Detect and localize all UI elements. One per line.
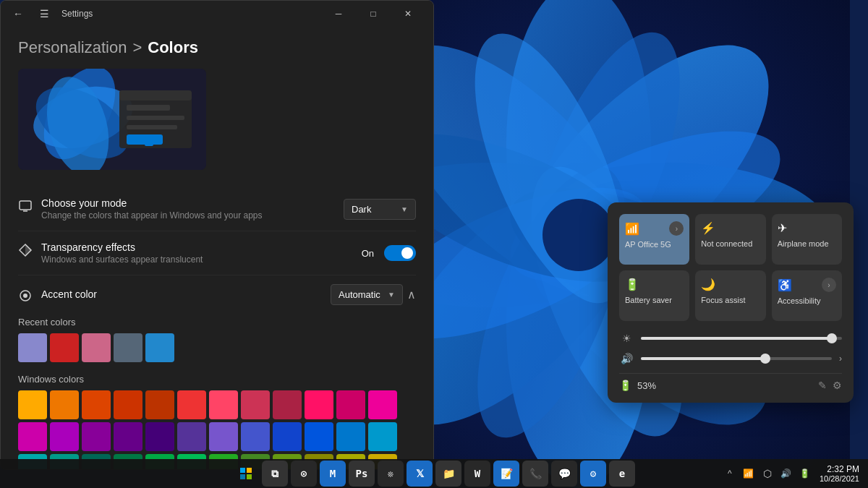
windows-color-swatch[interactable] [18,390,47,419]
qs-tile-label-3: Battery saver [625,296,672,304]
battery-settings-icon[interactable]: ⚙ [833,380,842,391]
taskbar-icon-edge[interactable]: e [609,461,635,487]
windows-color-swatch[interactable] [18,422,47,451]
windows-color-swatch[interactable] [114,422,142,451]
mode-desc: Change the colors that appear in Windows… [41,210,263,221]
taskbar: ⧉⊙MPs❊𝕏📁W📝📞💬⚙e ^ 📶 ⬡ 🔊 🔋 2:32 PM 10/28/2… [0,459,868,488]
taskbar-icon-task-view[interactable]: ⧉ [262,461,288,487]
taskbar-icon-settings2[interactable]: ⚙ [580,461,606,487]
svg-rect-26 [127,116,184,120]
qs-tile-icon-row-1: ⚡ [701,221,760,235]
recent-color-swatch[interactable] [145,333,174,362]
taskbar-icon-twitter[interactable]: 𝕏 [407,461,433,487]
battery-row: 🔋 53% ✎ ⚙ [619,373,842,391]
taskbar-icon-app6[interactable]: ❊ [378,461,404,487]
brightness-slider[interactable] [641,337,842,340]
windows-color-swatch[interactable] [177,390,206,419]
mode-dropdown[interactable]: Dark ▼ [344,199,416,220]
minimize-button[interactable]: ─ [322,2,355,25]
close-button[interactable]: ✕ [391,2,425,25]
tray-bluetooth[interactable]: ⬡ [759,465,776,482]
windows-color-swatch[interactable] [82,422,111,451]
volume-icon: 🔊 [619,353,634,364]
battery-icon: 🔋 [619,380,631,391]
settings-content: Personalization > Colors [1,27,433,469]
windows-color-swatch[interactable] [145,390,174,419]
windows-color-swatch[interactable] [82,390,111,419]
battery-edit-icon[interactable]: ✎ [818,380,827,391]
taskbar-icon-photoshop[interactable]: Ps [349,461,375,487]
qs-tile-4[interactable]: 🌙 Focus assist [695,270,765,321]
clock-time: 2:32 PM [827,464,859,474]
windows-color-swatch[interactable] [209,422,238,451]
qs-tile-arrow-0[interactable]: › [669,221,684,236]
transparency-toggle-label: On [362,248,374,259]
taskbar-icon-word[interactable]: W [464,461,490,487]
qs-tile-1[interactable]: ⚡ Not connected [695,214,765,265]
svg-rect-36 [240,474,245,479]
recent-color-swatch[interactable] [18,333,47,362]
back-button[interactable]: ← [9,5,27,22]
brightness-fill [641,337,832,340]
tray-battery[interactable]: 🔋 [796,465,814,482]
windows-color-swatch[interactable] [368,422,397,451]
svg-point-17 [542,199,615,271]
accent-label: Accent color [41,288,97,300]
maximize-button[interactable]: □ [357,2,390,25]
transparency-setting-row: Transparency effects Windows and surface… [18,231,416,275]
qs-tile-0[interactable]: 📶 › AP Office 5G [619,214,689,265]
breadcrumb: Personalization > Colors [18,38,416,57]
brightness-thumb [827,333,837,343]
qs-tile-2[interactable]: ✈ Airplane mode [772,214,842,265]
recent-color-swatch[interactable] [50,333,79,362]
taskbar-icon-files[interactable]: 📁 [435,461,461,487]
windows-color-swatch[interactable] [50,422,79,451]
volume-slider[interactable] [641,357,832,360]
svg-rect-34 [240,468,245,473]
tray-chevron[interactable]: ^ [721,465,739,482]
windows-color-swatch[interactable] [209,390,238,419]
qs-tile-icon-row-5: ♿ › [778,278,836,292]
transparency-setting-left: Transparency effects Windows and surface… [18,241,203,265]
windows-color-swatch[interactable] [273,390,302,419]
tray-wifi[interactable]: 📶 [740,465,757,482]
windows-color-swatch[interactable] [145,422,174,451]
recent-color-swatch[interactable] [82,333,111,362]
preview-image [18,69,206,170]
windows-color-swatch[interactable] [114,390,142,419]
taskbar-icon-notes[interactable]: 📝 [493,461,519,487]
windows-color-swatch[interactable] [241,422,270,451]
windows-color-swatch[interactable] [305,390,333,419]
windows-color-swatch[interactable] [336,422,365,451]
windows-color-swatch[interactable] [336,390,365,419]
mode-dropdown-value: Dark [352,204,371,215]
accent-collapse-icon[interactable]: ∧ [407,288,416,301]
volume-expand-icon[interactable]: › [839,354,842,364]
windows-color-swatch[interactable] [368,390,397,419]
taskbar-icon-windows-start[interactable] [233,461,259,487]
accent-section: Accent color Automatic ▼ ∧ Recent colors… [18,275,416,469]
taskbar-icon-chrome[interactable]: ⊙ [291,461,317,487]
transparency-text-group: Transparency effects Windows and surface… [41,241,203,265]
qs-tile-arrow-5[interactable]: › [822,278,836,292]
windows-color-swatch[interactable] [305,422,333,451]
recent-color-swatch[interactable] [114,333,142,362]
breadcrumb-parent[interactable]: Personalization [18,38,127,57]
windows-color-swatch[interactable] [241,390,270,419]
windows-color-swatch[interactable] [273,422,302,451]
svg-rect-30 [20,201,31,210]
hamburger-button[interactable]: ☰ [35,5,53,22]
qs-tile-3[interactable]: 🔋 Battery saver [619,270,689,321]
windows-color-swatch[interactable] [177,422,206,451]
taskbar-icon-phone[interactable]: 📞 [522,461,548,487]
qs-tile-5[interactable]: ♿ › Accessibility [772,270,842,321]
mode-label: Choose your mode [41,197,263,209]
clock[interactable]: 2:32 PM 10/28/2021 [817,464,862,483]
transparency-toggle[interactable] [384,245,416,261]
accent-dropdown[interactable]: Automatic ▼ [331,284,403,305]
accent-header: Accent color Automatic ▼ ∧ [18,284,416,305]
windows-color-swatch[interactable] [50,390,79,419]
taskbar-icon-gmail[interactable]: M [320,461,346,487]
taskbar-icon-chat[interactable]: 💬 [551,461,577,487]
tray-volume[interactable]: 🔊 [778,465,795,482]
